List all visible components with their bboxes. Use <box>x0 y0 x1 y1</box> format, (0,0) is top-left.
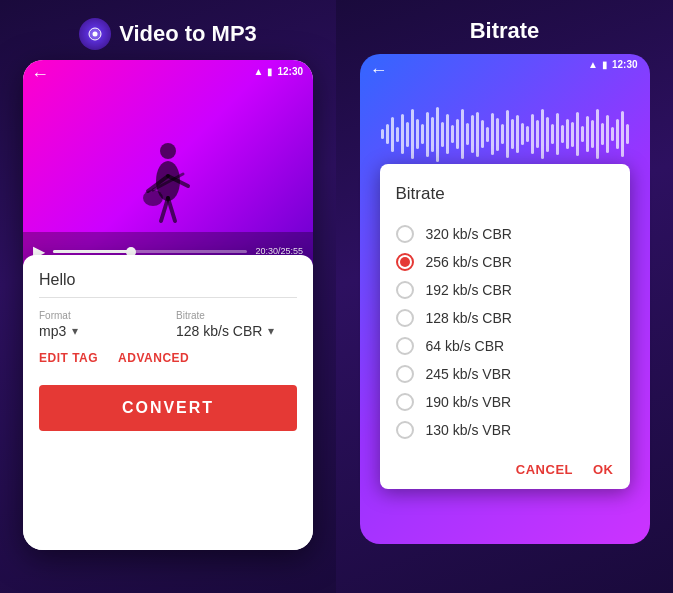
radio-circle-6 <box>396 365 414 383</box>
bitrate-select[interactable]: 128 kb/s CBR ▾ <box>176 323 297 339</box>
waveform-bar <box>536 120 539 148</box>
waveform-bar <box>576 112 579 156</box>
waveform-bar <box>526 126 529 142</box>
progress-bar[interactable] <box>53 250 247 253</box>
waveform-bar <box>491 113 494 155</box>
signal-icon-right: ▲ <box>588 59 598 70</box>
format-dropdown-arrow: ▾ <box>72 324 78 338</box>
radio-option-2[interactable]: 256 kb/s CBR <box>396 248 614 276</box>
waveform-bar <box>506 110 509 158</box>
waveform-bar <box>431 117 434 152</box>
back-arrow-left[interactable]: ← <box>31 64 49 85</box>
svg-line-8 <box>161 198 168 221</box>
radio-label-7: 190 kb/s VBR <box>426 394 512 410</box>
waveform-bar <box>486 127 489 142</box>
ok-button[interactable]: OK <box>593 462 614 477</box>
phone-right: ▲ ▮ 12:30 ← Bitrate 320 kb/s CBR256 kb/s… <box>360 54 650 544</box>
waveform-bar <box>531 114 534 154</box>
waveform-bar <box>566 119 569 149</box>
radio-option-5[interactable]: 64 kb/s CBR <box>396 332 614 360</box>
waveform-bar <box>426 112 429 157</box>
radio-circle-3 <box>396 281 414 299</box>
dialog-title: Bitrate <box>396 184 614 204</box>
waveform-bar <box>611 127 614 141</box>
right-panel-title: Bitrate <box>470 18 540 44</box>
left-panel: Video to MP3 ▲ ▮ 12:30 ← <box>0 0 336 593</box>
bitrate-dropdown-arrow: ▾ <box>268 324 274 338</box>
radio-circle-7 <box>396 393 414 411</box>
status-bar-left: ▲ ▮ 12:30 <box>23 60 313 82</box>
edit-tag-link[interactable]: EDIT TAG <box>39 351 98 365</box>
waveform-bar <box>616 119 619 149</box>
radio-option-6[interactable]: 245 kb/s VBR <box>396 360 614 388</box>
waveform-bar <box>516 115 519 153</box>
waveform-bar <box>481 120 484 148</box>
waveform-bar <box>561 125 564 143</box>
form-row: Format mp3 ▾ Bitrate 128 kb/s CBR ▾ <box>39 310 297 339</box>
back-arrow-right[interactable]: ← <box>370 60 388 81</box>
form-divider <box>39 297 297 298</box>
music-icon <box>79 18 111 50</box>
radio-circle-1 <box>396 225 414 243</box>
radio-option-7[interactable]: 190 kb/s VBR <box>396 388 614 416</box>
radio-option-4[interactable]: 128 kb/s CBR <box>396 304 614 332</box>
battery-icon: ▮ <box>267 66 273 77</box>
right-panel: Bitrate ▲ ▮ 12:30 ← Bitrate 320 kb/s CBR… <box>336 0 673 593</box>
guitarist-image <box>133 126 203 240</box>
format-field: Format mp3 ▾ <box>39 310 160 339</box>
svg-point-3 <box>160 143 176 159</box>
waveform-bar <box>471 115 474 153</box>
waveform-bar <box>391 117 394 152</box>
radio-option-8[interactable]: 130 kb/s VBR <box>396 416 614 444</box>
status-bar-right: ▲ ▮ 12:30 <box>360 59 650 70</box>
waveform-bar <box>446 114 449 154</box>
radio-label-2: 256 kb/s CBR <box>426 254 512 270</box>
file-name: Hello <box>39 271 297 289</box>
waveform-bar <box>606 115 609 153</box>
waveform-bar <box>401 114 404 154</box>
radio-circle-8 <box>396 421 414 439</box>
radio-options-container: 320 kb/s CBR256 kb/s CBR192 kb/s CBR128 … <box>396 220 614 444</box>
waveform-bar <box>411 109 414 159</box>
waveform-bar <box>476 112 479 157</box>
battery-icon-right: ▮ <box>602 59 608 70</box>
waveform-bar <box>541 109 544 159</box>
waveform-bar <box>386 124 389 144</box>
waveform-bar <box>416 119 419 149</box>
waveform-bar <box>436 107 439 162</box>
left-panel-title: Video to MP3 <box>79 18 257 50</box>
svg-point-6 <box>143 190 163 206</box>
waveform-bar <box>556 113 559 155</box>
waveform-area <box>360 94 650 174</box>
waveform-bar <box>451 125 454 143</box>
status-time-right: 12:30 <box>612 59 638 70</box>
radio-option-1[interactable]: 320 kb/s CBR <box>396 220 614 248</box>
bitrate-dialog: Bitrate 320 kb/s CBR256 kb/s CBR192 kb/s… <box>380 164 630 489</box>
signal-icon: ▲ <box>254 66 264 77</box>
advanced-link[interactable]: ADVANCED <box>118 351 189 365</box>
waveform-bar <box>546 117 549 152</box>
waveform-bar <box>626 124 629 144</box>
waveform-bar <box>621 111 624 157</box>
waveform-bar <box>406 122 409 147</box>
waveform-bar <box>421 124 424 144</box>
radio-label-8: 130 kb/s VBR <box>426 422 512 438</box>
waveform-bar <box>591 120 594 148</box>
waveform-bar <box>396 127 399 142</box>
format-select[interactable]: mp3 ▾ <box>39 323 160 339</box>
radio-option-3[interactable]: 192 kb/s CBR <box>396 276 614 304</box>
waveform-bar <box>601 123 604 145</box>
waveform-bar <box>466 123 469 145</box>
progress-fill <box>53 250 131 253</box>
waveform-bar <box>551 124 554 144</box>
radio-circle-4 <box>396 309 414 327</box>
svg-line-9 <box>168 198 175 221</box>
phone-left: ▲ ▮ 12:30 ← <box>23 60 313 550</box>
radio-label-5: 64 kb/s CBR <box>426 338 505 354</box>
radio-circle-2 <box>396 253 414 271</box>
waveform-bar <box>586 116 589 152</box>
cancel-button[interactable]: CANCEL <box>516 462 573 477</box>
waveform-bar <box>461 109 464 159</box>
convert-button[interactable]: CONVERT <box>39 385 297 431</box>
status-time-left: 12:30 <box>277 66 303 77</box>
